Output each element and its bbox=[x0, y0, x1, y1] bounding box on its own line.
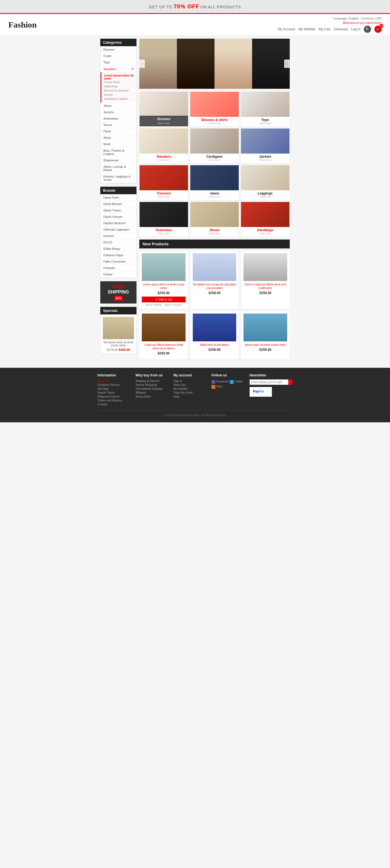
cat-card-jackets[interactable]: Jackets Shop now! bbox=[241, 128, 290, 163]
site-logo: Fashion bbox=[8, 20, 37, 30]
cat-card-sweaters[interactable]: Sweaters Shop now! bbox=[139, 128, 188, 163]
category-shorts[interactable]: Shorts bbox=[101, 122, 136, 128]
cat-card-leggings[interactable]: Leggings Shop now! bbox=[241, 165, 290, 200]
brand-dayna-decker[interactable]: DayNa Decker® bbox=[101, 220, 136, 226]
cat-card-cardigans[interactable]: Cardigans Shop now! bbox=[190, 128, 239, 163]
footer-help[interactable]: Help bbox=[173, 395, 207, 398]
twitter-icon: t bbox=[230, 380, 234, 384]
category-dresses[interactable]: Dresses bbox=[101, 46, 136, 53]
footer-twitter[interactable]: t Twitter bbox=[230, 380, 243, 384]
product-name-4: Mollit anim id est laboru bbox=[193, 343, 236, 347]
product-price-4: $258.96 bbox=[193, 348, 236, 352]
footer-contact[interactable]: Contact bbox=[98, 403, 131, 406]
slider-prev-button[interactable]: ‹ bbox=[139, 60, 145, 68]
category-skirts[interactable]: Skirts bbox=[101, 135, 136, 141]
cat-card-handbags[interactable]: Handbags Shop now! bbox=[241, 202, 290, 237]
language-select[interactable]: English bbox=[349, 17, 359, 20]
footer-copyright: © 2014 Magento Demo Store. All Rights Re… bbox=[98, 410, 292, 417]
category-bras[interactable]: Bras, Panties & Lingerie bbox=[101, 148, 136, 157]
brand-david-tutera[interactable]: David Tutera bbox=[101, 207, 136, 214]
category-pants[interactable]: Pants bbox=[101, 128, 136, 135]
footer-customer-service[interactable]: Customer Service bbox=[98, 383, 131, 386]
slider-next-button[interactable]: › bbox=[284, 60, 290, 68]
footer-view-cart[interactable]: View Cart bbox=[173, 383, 207, 386]
cat-card-shoes[interactable]: Shoes Shop now! bbox=[190, 202, 239, 237]
search-button[interactable]: 🔍 bbox=[364, 26, 371, 33]
add-to-compare-0[interactable]: Add to Compare bbox=[164, 304, 182, 306]
brand-deborah-lippmann[interactable]: Deborah Lippmann bbox=[101, 226, 136, 233]
product-price-2: $258.96 bbox=[244, 291, 287, 295]
product-img-2 bbox=[244, 253, 287, 281]
footer-advanced-search[interactable]: Advanced Search bbox=[98, 395, 131, 398]
footer-shipping-returns[interactable]: Shipping & Returns bbox=[135, 379, 169, 382]
brand-faith-connexion[interactable]: Faith Connexion bbox=[101, 258, 136, 265]
category-tops[interactable]: Tops bbox=[101, 59, 136, 66]
footer-secure-shopping[interactable]: Secure Shopping bbox=[135, 383, 169, 386]
brand-david-kahn[interactable]: David Kahn bbox=[101, 194, 136, 201]
cat-card-tops[interactable]: Tops Shop now! bbox=[241, 92, 290, 127]
free-shipping-banner: FREE SHIPPING $99 bbox=[100, 281, 137, 304]
footer-affiliates[interactable]: Affiliates bbox=[135, 391, 169, 394]
category-hosiery[interactable]: Hosiery, Leggings & Socks bbox=[101, 173, 136, 183]
cat-card-trousers[interactable]: Trousers Shop now! bbox=[139, 165, 188, 200]
brand-declor[interactable]: Decléor bbox=[101, 233, 136, 239]
brand-david-meister[interactable]: David Meister bbox=[101, 201, 136, 207]
footer-group-sales[interactable]: Group Sales bbox=[135, 395, 169, 398]
cat-label-jeans: Jeans Shop now! bbox=[190, 190, 239, 200]
footer-rss[interactable]: r RSS bbox=[212, 385, 222, 389]
cat-shop-handbags: Shop now! bbox=[242, 232, 288, 235]
cat-name-dresses: Dresses bbox=[158, 117, 170, 121]
brand-ecco[interactable]: ECCO bbox=[101, 239, 136, 246]
category-sleep[interactable]: Sleep, Lounge & Robes bbox=[101, 163, 136, 173]
footer-track-order[interactable]: Track My Order bbox=[173, 391, 207, 394]
cat-card-outerwear[interactable]: Outerwear Shop now! bbox=[139, 202, 188, 237]
nav-login[interactable]: Log In bbox=[351, 27, 360, 31]
newsletter-submit-button[interactable]: › bbox=[288, 379, 292, 385]
nav-checkout[interactable]: Checkout bbox=[334, 27, 348, 31]
cat-shop-jackets: Shop now! bbox=[242, 159, 288, 161]
product-name-0: Lorem ipsum dolor sit amet conse ctetur bbox=[142, 283, 186, 290]
paypal-logo: PayPal bbox=[250, 387, 272, 397]
nav-my-cart[interactable]: My Cart bbox=[319, 27, 330, 31]
sweaters-sub-line1: Conse ctetur adipisicing bbox=[104, 80, 134, 89]
footer-about-us[interactable]: About Us bbox=[98, 379, 131, 382]
footer-orders-returns[interactable]: Orders and Returns bbox=[98, 399, 131, 402]
category-coats[interactable]: Coats bbox=[101, 53, 136, 59]
cat-card-dresses[interactable]: Dresses Shop now! bbox=[139, 92, 188, 127]
cart-button[interactable]: 🛒 25 bbox=[374, 26, 382, 33]
currency-select[interactable]: USD bbox=[375, 17, 382, 20]
brand-david-yurman[interactable]: David Yurman bbox=[101, 214, 136, 220]
free-shipping-price: $99 bbox=[114, 296, 123, 301]
footer-newsletter: Newsletter › PayPal bbox=[250, 373, 292, 407]
nav-my-wishlist[interactable]: My Wishlist bbox=[298, 27, 315, 31]
category-jackets[interactable]: Jackets bbox=[101, 109, 136, 116]
newsletter-email-input[interactable] bbox=[250, 379, 288, 385]
category-work[interactable]: Work bbox=[101, 141, 136, 148]
product-actions-0: Add to Wishlist Add to Compare bbox=[142, 304, 186, 306]
footer-international-shipping[interactable]: International Shipping bbox=[135, 387, 169, 390]
category-shapewear[interactable]: Shapewear bbox=[101, 157, 136, 163]
cat-card-blouses[interactable]: Blouses & shirts Shop now! bbox=[190, 92, 239, 127]
category-activewear[interactable]: Activewear bbox=[101, 116, 136, 122]
top-banner: GET UP TO 70% OFF ON ALL PRODUCTS bbox=[0, 0, 390, 14]
footer-my-wishlist[interactable]: My Wishlist bbox=[173, 387, 207, 390]
product-name-5: Ipsum dolor sit amet conse ctetur bbox=[244, 343, 287, 347]
sweaters-sub-line2: Elit sed do eiusmod tempor bbox=[104, 89, 134, 97]
brand-fantasie[interactable]: Fantasie bbox=[101, 265, 136, 271]
nav-my-account[interactable]: My Account bbox=[278, 27, 295, 31]
footer-facebook[interactable]: f Facebook bbox=[212, 380, 229, 384]
footer-site-map[interactable]: Site Map bbox=[98, 387, 131, 390]
add-to-cart-button-0[interactable]: 🛒 Add to cart bbox=[142, 297, 186, 302]
category-sweaters[interactable]: Sweaters ▾ bbox=[101, 66, 136, 72]
category-jeans[interactable]: Jeans bbox=[101, 103, 136, 109]
hero-image: ‹ › bbox=[139, 39, 290, 89]
cat-label-cardigans: Cardigans Shop now! bbox=[190, 154, 239, 163]
cat-name-outerwear: Outerwear bbox=[141, 228, 187, 232]
footer-search-terms[interactable]: Search Terms bbox=[98, 391, 131, 394]
footer-sign-in[interactable]: Sign In bbox=[173, 379, 207, 382]
cat-card-jeans[interactable]: Jeans Shop now! bbox=[190, 165, 239, 200]
brand-eddie-borgo[interactable]: Eddie Borgo bbox=[101, 246, 136, 252]
add-to-wishlist-0[interactable]: Add to Wishlist bbox=[145, 304, 162, 306]
brand-fabiana-filippi[interactable]: Fabiana Filippi bbox=[101, 252, 136, 258]
brand-fekkai[interactable]: Fekkai bbox=[101, 271, 136, 278]
